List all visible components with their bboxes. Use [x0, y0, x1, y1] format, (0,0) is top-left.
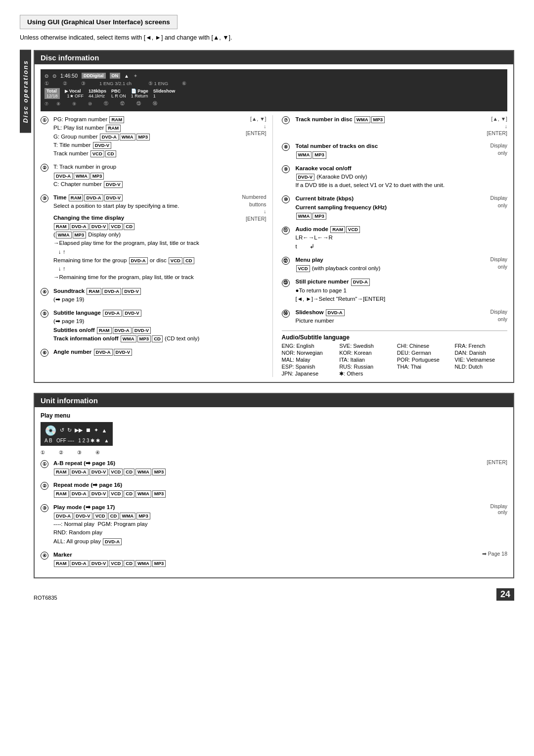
unit-item-3: ③ Play mode (➡ page 17) DVD-ADVD-VVCDCDW…	[41, 503, 507, 546]
right-content-10: Current bitrate (kbps) Current sampling …	[296, 194, 473, 220]
right-num-7: ⑦	[282, 115, 293, 124]
unit-content-3: Play mode (➡ page 17) DVD-ADVD-VVCDCDWMA…	[53, 503, 470, 546]
lang-sve: SVE: Swedish	[339, 343, 392, 349]
screen-on-badge: ON	[110, 73, 121, 79]
page-display: 📄 Page1 Return	[131, 89, 148, 98]
disc-right-item-7: ⑦ Track number in disc WMAMP3 [▲, ▼]↓[EN…	[282, 115, 508, 137]
unit-right-3: Displayonly	[473, 503, 507, 515]
right-num-10: ⑩	[282, 194, 293, 203]
disc-right-item-12: ⑫ Menu play VCD (with playback control o…	[282, 256, 508, 273]
screen-audio-badge: DDDigital	[82, 73, 106, 79]
lang-mal: MAL: Malay	[282, 357, 335, 363]
disc-screen: ⊙ ⊙ 1:46:50 DDDigital ON ▲ ＋ ① ② ③	[41, 69, 507, 111]
lang-esp: ESP: Spanish	[282, 364, 335, 370]
page-wrapper: Using GUI (Graphical User Interface) scr…	[20, 15, 514, 601]
audio-subtitle-section: Audio/Subtitle language ENG: English SVE…	[282, 331, 508, 377]
item-num-3: ③	[41, 193, 50, 202]
item-content-5: Subtitle language DVD-ADVD-V (➡ page 19)…	[53, 309, 267, 343]
disc-item-5: ⑤ Subtitle language DVD-ADVD-V (➡ page 1…	[41, 309, 267, 343]
disc-details: ① PG: Program number RAM PL: Play list n…	[41, 115, 507, 377]
audio-subtitle-heading: Audio/Subtitle language	[282, 334, 508, 341]
lang-nld: NLD: Dutch	[454, 364, 507, 370]
right-content-11: Audio mode RAMVCD LR←→L←→R t ↲	[296, 225, 508, 251]
disc-right-col: ⑦ Track number in disc WMAMP3 [▲, ▼]↓[EN…	[279, 115, 508, 377]
disc-right-item-13: ⑬ Still picture number DVD-A ●To return …	[282, 278, 508, 303]
item-num-1: ①	[41, 115, 50, 124]
pbc-display: PBC L R ON	[111, 89, 126, 98]
total-display: Total12/18	[44, 88, 60, 99]
play-menu-label: Play menu	[41, 412, 507, 419]
gui-title: Using GUI (Graphical User Interface) scr…	[27, 18, 170, 26]
item-num-5: ⑤	[41, 309, 50, 318]
right-label-14: Displayonly	[475, 308, 507, 323]
screen-row2-labels: ⑦ ⑧ ⑨ ⑩ ⑪ ⑫ ⑬ ⑭	[44, 100, 503, 107]
lang-fra: FRA: French	[454, 343, 507, 349]
lang-eng: ENG: English	[282, 343, 335, 349]
unit-content-2: Repeat mode (➡ page 16) RAMDVD-ADVD-VVCD…	[53, 481, 507, 498]
right-content-8: Total number of tracks on disc WMAMP3	[296, 142, 473, 159]
right-content-12: Menu play VCD (with playback control onl…	[296, 256, 473, 273]
screen-icon2: ⊙	[52, 73, 56, 79]
right-content-9: Karaoke vocal on/off DVD-V (Karaoke DVD …	[296, 164, 508, 190]
intro-text: Unless otherwise indicated, select items…	[20, 34, 514, 41]
screen-row1: ⊙ ⊙ 1:46:50 DDDigital ON ▲ ＋	[44, 72, 503, 79]
slideshow-display: Slideshow1	[153, 89, 176, 98]
lang-others: ✱: Others	[339, 371, 392, 377]
item-num-2: ②	[41, 163, 50, 172]
unit-info-section: Unit information Play menu 💿 ↺ ↻ ▶▶ ⏹ ✦ …	[34, 393, 514, 579]
right-content-7: Track number in disc WMAMP3	[296, 115, 473, 124]
unit-section-title: Unit information	[35, 394, 513, 407]
unit-content-1: A-B repeat (➡ page 16) RAMDVD-ADVD-VVCDC…	[53, 459, 470, 476]
item-right-3: Numberedbuttons↓[ENTER]	[232, 193, 267, 223]
unit-num-2: ②	[41, 481, 50, 490]
unit-item-4: ④ Marker RAMDVD-ADVD-VVCDCDWMAMP3 ➡ Page…	[41, 551, 507, 568]
right-label-12: Displayonly	[475, 256, 507, 270]
unit-screen-inner: 💿 ↺ ↻ ▶▶ ⏹ ✦ ▲	[44, 425, 109, 436]
lang-kor: KOR: Korean	[339, 350, 392, 356]
item-content-6: Angle number DVD-ADVD-V	[53, 348, 267, 356]
screen-plus-icon: ＋	[133, 72, 138, 79]
disc-right-item-11: ⑪ Audio mode RAMVCD LR←→L←→R t ↲	[282, 225, 508, 251]
bitrate-display: 128kbps44.1kHz	[89, 89, 106, 98]
main-col: Disc information ⊙ ⊙ 1:46:50 DDDigital O…	[34, 50, 514, 601]
disc-item-1: ① PG: Program number RAM PL: Play list n…	[41, 115, 267, 158]
unit-num-1: ①	[41, 459, 50, 468]
lang-dan: DAN: Danish	[454, 350, 507, 356]
screen-row1-labels: ① ② ③ 1 ENG 3/2.1 ch ⑤ 1 ENG ⑥	[44, 81, 503, 86]
right-num-12: ⑫	[282, 256, 293, 265]
right-num-13: ⑬	[282, 278, 293, 287]
unit-right-1: [ENTER]	[473, 459, 507, 465]
lang-chi: CHI: Chinese	[397, 343, 450, 349]
disc-right-item-14: ⑭ Slideshow DVD-A Picture number Display…	[282, 308, 508, 326]
screen-icon1: ⊙	[44, 73, 48, 79]
disc-item-3: ③ Time RAMDVD-ADVD-V Select a position t…	[41, 193, 267, 282]
right-label-10: Displayonly	[475, 194, 507, 209]
vocal-display: ▶ Vocal 1★ OFF	[65, 89, 84, 98]
disc-item-2: ② T: Track number in group DVD-AWMAMP3 C…	[41, 163, 267, 189]
right-label-7: [▲, ▼]↓[ENTER]	[475, 115, 507, 137]
item-content-3: Time RAMDVD-ADVD-V Select a position to …	[53, 193, 229, 282]
unit-num-3: ③	[41, 503, 50, 512]
side-label-col: Disc operations	[20, 50, 34, 601]
right-num-14: ⑭	[282, 308, 293, 318]
disc-left-col: ① PG: Program number RAM PL: Play list n…	[41, 115, 273, 377]
unit-item-2: ② Repeat mode (➡ page 16) RAMDVD-ADVD-VV…	[41, 481, 507, 498]
language-grid: ENG: English SVE: Swedish CHI: Chinese F…	[282, 343, 508, 377]
unit-ab-display: A B OFF ---- 1 2 3 ✱ ✱ ▲	[44, 438, 109, 443]
unit-num-4: ④	[41, 551, 50, 560]
item-num-6: ⑥	[41, 348, 50, 357]
screen-timecode: 1:46:50	[60, 73, 78, 79]
disc-right-item-10: ⑩ Current bitrate (kbps) Current samplin…	[282, 194, 508, 220]
unit-content-4: Marker RAMDVD-ADVD-VVCDCDWMAMP3	[53, 551, 470, 568]
disc-info-section: Disc information ⊙ ⊙ 1:46:50 DDDigital O…	[34, 50, 514, 383]
disc-right-item-8: ⑧ Total number of tracks on disc WMAMP3 …	[282, 142, 508, 159]
screen-row2: Total12/18 ▶ Vocal 1★ OFF 128kbps44.1kHz…	[44, 88, 503, 99]
unit-screen: 💿 ↺ ↻ ▶▶ ⏹ ✦ ▲ A B OFF ---- 1 2 3 ✱ ✱ ▲	[41, 422, 113, 446]
right-num-11: ⑪	[282, 225, 293, 235]
right-content-13: Still picture number DVD-A ●To return to…	[296, 278, 508, 303]
side-label: Disc operations	[20, 50, 31, 133]
lang-rus: RUS: Russian	[339, 364, 392, 370]
lang-nor: NOR: Norwegian	[282, 350, 335, 356]
disc-section-title: Disc information	[35, 51, 513, 64]
page-number: 24	[496, 588, 514, 601]
